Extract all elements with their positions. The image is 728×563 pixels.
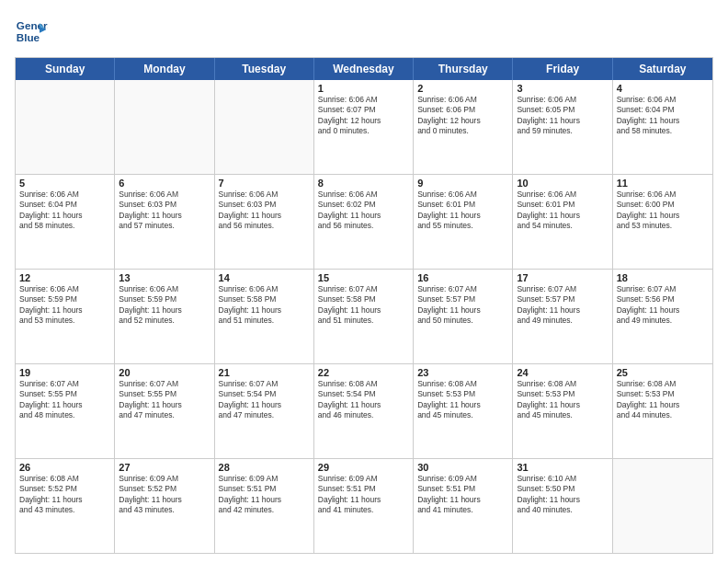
cell-info-text: Sunrise: 6:07 AM Sunset: 5:58 PM Dayligh… (318, 284, 409, 327)
cell-info-text: Sunrise: 6:07 AM Sunset: 5:57 PM Dayligh… (517, 284, 608, 327)
cell-info-text: Sunrise: 6:08 AM Sunset: 5:54 PM Dayligh… (318, 379, 409, 421)
calendar-cell-27: 27Sunrise: 6:09 AM Sunset: 5:52 PM Dayli… (115, 459, 214, 553)
calendar-cell-24: 24Sunrise: 6:08 AM Sunset: 5:53 PM Dayli… (513, 364, 612, 458)
cell-day-number: 16 (417, 272, 508, 283)
cell-info-text: Sunrise: 6:07 AM Sunset: 5:55 PM Dayligh… (119, 379, 210, 421)
cell-info-text: Sunrise: 6:08 AM Sunset: 5:53 PM Dayligh… (417, 379, 508, 421)
calendar-body: 1Sunrise: 6:06 AM Sunset: 6:07 PM Daylig… (16, 80, 712, 553)
cell-info-text: Sunrise: 6:10 AM Sunset: 5:50 PM Dayligh… (517, 474, 608, 516)
calendar-cell-5: 5Sunrise: 6:06 AM Sunset: 6:04 PM Daylig… (16, 175, 115, 269)
calendar-cell-29: 29Sunrise: 6:09 AM Sunset: 5:51 PM Dayli… (314, 459, 414, 553)
calendar-cell-6: 6Sunrise: 6:06 AM Sunset: 6:03 PM Daylig… (115, 175, 214, 269)
cell-day-number: 31 (517, 462, 608, 473)
cell-day-number: 28 (219, 462, 310, 473)
cell-info-text: Sunrise: 6:06 AM Sunset: 5:59 PM Dayligh… (19, 284, 110, 327)
cell-day-number: 26 (19, 462, 110, 473)
weekday-header-sunday: Sunday (16, 58, 115, 80)
calendar-cell-18: 18Sunrise: 6:07 AM Sunset: 5:56 PM Dayli… (613, 270, 712, 363)
calendar-cell-25: 25Sunrise: 6:08 AM Sunset: 5:53 PM Dayli… (613, 364, 712, 458)
calendar-row-0: 1Sunrise: 6:06 AM Sunset: 6:07 PM Daylig… (16, 80, 712, 175)
cell-day-number: 3 (517, 83, 608, 94)
calendar-cell-28: 28Sunrise: 6:09 AM Sunset: 5:51 PM Dayli… (215, 459, 314, 553)
cell-day-number: 15 (318, 272, 409, 283)
calendar-cell-30: 30Sunrise: 6:09 AM Sunset: 5:51 PM Dayli… (414, 459, 513, 553)
cell-day-number: 4 (617, 83, 709, 94)
cell-info-text: Sunrise: 6:06 AM Sunset: 6:01 PM Dayligh… (517, 190, 608, 232)
cell-day-number: 27 (119, 462, 210, 473)
calendar-cell-1: 1Sunrise: 6:06 AM Sunset: 6:07 PM Daylig… (314, 80, 414, 174)
cell-info-text: Sunrise: 6:07 AM Sunset: 5:57 PM Dayligh… (417, 284, 508, 327)
cell-info-text: Sunrise: 6:08 AM Sunset: 5:53 PM Dayligh… (517, 379, 608, 421)
cell-day-number: 29 (318, 462, 409, 473)
cell-day-number: 21 (219, 367, 310, 378)
cell-day-number: 30 (417, 462, 508, 473)
calendar-cell-21: 21Sunrise: 6:07 AM Sunset: 5:54 PM Dayli… (215, 364, 314, 458)
calendar-cell-empty-0-0 (16, 80, 115, 174)
calendar-cell-7: 7Sunrise: 6:06 AM Sunset: 6:03 PM Daylig… (215, 175, 314, 269)
cell-info-text: Sunrise: 6:06 AM Sunset: 6:07 PM Dayligh… (318, 95, 409, 137)
cell-day-number: 8 (318, 178, 409, 189)
cell-day-number: 1 (318, 83, 409, 94)
cell-info-text: Sunrise: 6:06 AM Sunset: 6:06 PM Dayligh… (417, 95, 508, 137)
cell-day-number: 20 (119, 367, 210, 378)
cell-info-text: Sunrise: 6:06 AM Sunset: 6:03 PM Dayligh… (219, 190, 310, 232)
calendar-cell-11: 11Sunrise: 6:06 AM Sunset: 6:00 PM Dayli… (613, 175, 712, 269)
cell-info-text: Sunrise: 6:06 AM Sunset: 6:02 PM Dayligh… (318, 190, 409, 232)
cell-day-number: 13 (119, 272, 210, 283)
logo-icon: General Blue (15, 15, 48, 48)
cell-day-number: 19 (19, 367, 110, 378)
logo: General Blue (15, 15, 51, 48)
calendar-cell-15: 15Sunrise: 6:07 AM Sunset: 5:58 PM Dayli… (314, 270, 414, 363)
cell-info-text: Sunrise: 6:08 AM Sunset: 5:52 PM Dayligh… (19, 474, 110, 516)
calendar-cell-empty-0-1 (115, 80, 214, 174)
cell-day-number: 6 (119, 178, 210, 189)
calendar-cell-14: 14Sunrise: 6:06 AM Sunset: 5:58 PM Dayli… (215, 270, 314, 363)
cell-info-text: Sunrise: 6:06 AM Sunset: 6:05 PM Dayligh… (517, 95, 608, 137)
calendar-row-2: 12Sunrise: 6:06 AM Sunset: 5:59 PM Dayli… (16, 270, 712, 364)
calendar-row-3: 19Sunrise: 6:07 AM Sunset: 5:55 PM Dayli… (16, 364, 712, 459)
cell-info-text: Sunrise: 6:06 AM Sunset: 6:00 PM Dayligh… (617, 190, 709, 232)
calendar-row-4: 26Sunrise: 6:08 AM Sunset: 5:52 PM Dayli… (16, 459, 712, 553)
cell-day-number: 5 (19, 178, 110, 189)
calendar-cell-empty-4-6 (613, 459, 712, 553)
cell-day-number: 18 (617, 272, 709, 283)
calendar-cell-16: 16Sunrise: 6:07 AM Sunset: 5:57 PM Dayli… (414, 270, 513, 363)
cell-info-text: Sunrise: 6:06 AM Sunset: 6:04 PM Dayligh… (19, 190, 110, 232)
calendar: SundayMondayTuesdayWednesdayThursdayFrid… (15, 57, 713, 554)
cell-day-number: 11 (617, 178, 709, 189)
cell-info-text: Sunrise: 6:06 AM Sunset: 6:01 PM Dayligh… (417, 190, 508, 232)
weekday-header-wednesday: Wednesday (314, 58, 414, 80)
cell-day-number: 2 (417, 83, 508, 94)
cell-day-number: 10 (517, 178, 608, 189)
page-container: General Blue SundayMondayTuesdayWednesda… (0, 0, 728, 563)
calendar-cell-26: 26Sunrise: 6:08 AM Sunset: 5:52 PM Dayli… (16, 459, 115, 553)
calendar-cell-3: 3Sunrise: 6:06 AM Sunset: 6:05 PM Daylig… (513, 80, 612, 174)
cell-day-number: 24 (517, 367, 608, 378)
cell-day-number: 17 (517, 272, 608, 283)
weekday-header-monday: Monday (115, 58, 214, 80)
cell-day-number: 9 (417, 178, 508, 189)
cell-info-text: Sunrise: 6:09 AM Sunset: 5:51 PM Dayligh… (219, 474, 310, 516)
calendar-cell-22: 22Sunrise: 6:08 AM Sunset: 5:54 PM Dayli… (314, 364, 414, 458)
calendar-cell-12: 12Sunrise: 6:06 AM Sunset: 5:59 PM Dayli… (16, 270, 115, 363)
weekday-header-friday: Friday (513, 58, 612, 80)
calendar-header: SundayMondayTuesdayWednesdayThursdayFrid… (16, 58, 712, 80)
calendar-cell-10: 10Sunrise: 6:06 AM Sunset: 6:01 PM Dayli… (513, 175, 612, 269)
cell-day-number: 7 (219, 178, 310, 189)
weekday-header-tuesday: Tuesday (215, 58, 314, 80)
calendar-cell-17: 17Sunrise: 6:07 AM Sunset: 5:57 PM Dayli… (513, 270, 612, 363)
cell-info-text: Sunrise: 6:06 AM Sunset: 5:58 PM Dayligh… (219, 284, 310, 327)
cell-day-number: 12 (19, 272, 110, 283)
cell-day-number: 25 (617, 367, 709, 378)
cell-info-text: Sunrise: 6:07 AM Sunset: 5:54 PM Dayligh… (219, 379, 310, 421)
cell-day-number: 22 (318, 367, 409, 378)
calendar-cell-empty-0-2 (215, 80, 314, 174)
calendar-cell-13: 13Sunrise: 6:06 AM Sunset: 5:59 PM Dayli… (115, 270, 214, 363)
cell-info-text: Sunrise: 6:09 AM Sunset: 5:51 PM Dayligh… (417, 474, 508, 516)
cell-day-number: 14 (219, 272, 310, 283)
cell-info-text: Sunrise: 6:07 AM Sunset: 5:55 PM Dayligh… (19, 379, 110, 421)
cell-info-text: Sunrise: 6:07 AM Sunset: 5:56 PM Dayligh… (617, 284, 709, 327)
calendar-cell-23: 23Sunrise: 6:08 AM Sunset: 5:53 PM Dayli… (414, 364, 513, 458)
calendar-cell-20: 20Sunrise: 6:07 AM Sunset: 5:55 PM Dayli… (115, 364, 214, 458)
calendar-row-1: 5Sunrise: 6:06 AM Sunset: 6:04 PM Daylig… (16, 175, 712, 270)
